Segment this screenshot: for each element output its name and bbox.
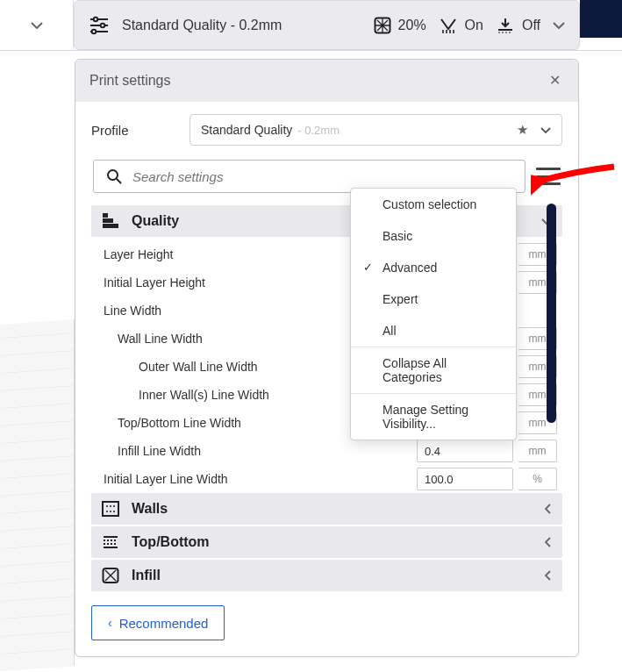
chevron-left-icon xyxy=(545,570,552,581)
svg-rect-17 xyxy=(103,213,108,218)
search-input[interactable] xyxy=(132,169,512,184)
visibility-menu: Custom selectionBasicAdvancedExpertAll C… xyxy=(350,188,517,440)
support-icon xyxy=(439,17,458,34)
svg-point-22 xyxy=(106,511,108,512)
chevron-left-icon: ‹ xyxy=(108,616,112,630)
setting-value-input[interactable]: 0.4 xyxy=(417,440,513,462)
setting-row: Infill Line Width0.4mm xyxy=(91,437,562,465)
topbottom-icon xyxy=(102,534,119,550)
svg-point-5 xyxy=(92,29,97,33)
svg-rect-16 xyxy=(103,218,113,223)
panel-header: Print settings ✕ xyxy=(75,60,578,102)
recommended-button[interactable]: ‹ Recommended xyxy=(91,605,225,640)
manage-visibility-item[interactable]: Manage Setting Visibility... xyxy=(351,394,516,440)
category-name: Walls xyxy=(132,501,168,517)
recommended-label: Recommended xyxy=(119,616,209,631)
chevron-left-icon xyxy=(545,504,552,514)
infill-pct: 20% xyxy=(398,18,426,33)
setting-value-input[interactable]: 100.0 xyxy=(417,468,513,490)
svg-point-1 xyxy=(94,17,98,21)
setting-unit: mm xyxy=(518,440,557,462)
chevron-left-icon xyxy=(545,537,552,547)
infill-icon xyxy=(102,568,119,583)
profile-label: Profile xyxy=(91,123,175,138)
close-icon[interactable]: ✕ xyxy=(546,68,564,92)
collapse-all-item[interactable]: Collapse All Categories xyxy=(351,347,516,393)
category-infill[interactable]: Infill xyxy=(91,560,562,591)
category-name: Quality xyxy=(132,213,179,229)
svg-line-14 xyxy=(117,179,121,183)
panel-title: Print settings xyxy=(89,73,170,89)
visibility-menu-button[interactable] xyxy=(536,168,561,185)
search-icon xyxy=(106,168,122,184)
adhesion-state: Off xyxy=(522,18,540,33)
category-name: Infill xyxy=(132,568,161,583)
svg-point-3 xyxy=(101,23,105,27)
profile-name: Standard Quality xyxy=(201,123,292,137)
print-summary-bar[interactable]: Standard Quality - 0.2mm 20% On Off xyxy=(74,0,580,50)
visibility-option-advanced[interactable]: Advanced xyxy=(351,252,516,283)
visibility-option-expert[interactable]: Expert xyxy=(351,283,516,315)
category-topbottom[interactable]: Top/Bottom xyxy=(91,526,562,558)
profile-suffix: - 0.2mm xyxy=(297,124,340,137)
category-name: Top/Bottom xyxy=(132,534,210,550)
topbar-separator xyxy=(0,50,622,51)
setting-label: Initial Layer Line Width xyxy=(97,472,410,486)
svg-point-24 xyxy=(113,511,115,512)
svg-rect-15 xyxy=(103,224,118,228)
star-icon[interactable]: ★ xyxy=(517,122,528,138)
sliders-icon xyxy=(89,16,110,35)
category-walls[interactable]: Walls xyxy=(91,493,562,525)
svg-point-13 xyxy=(108,170,118,180)
svg-point-23 xyxy=(110,511,111,512)
svg-rect-18 xyxy=(103,502,118,516)
svg-point-19 xyxy=(106,505,108,507)
support-state: On xyxy=(465,18,483,33)
scrollbar-thumb[interactable] xyxy=(547,204,556,423)
toolbar-dropdown[interactable] xyxy=(0,0,74,50)
setting-label: Infill Line Width xyxy=(97,444,410,458)
chevron-down-icon xyxy=(540,127,551,133)
visibility-option-all[interactable]: All xyxy=(351,315,516,347)
visibility-option-custom-selection[interactable]: Custom selection xyxy=(351,189,516,220)
summary-caret-icon xyxy=(553,22,565,29)
visibility-option-basic[interactable]: Basic xyxy=(351,220,516,252)
navy-corner xyxy=(580,0,622,38)
profile-summary-text: Standard Quality - 0.2mm xyxy=(122,18,282,33)
quality-icon xyxy=(102,213,119,229)
walls-icon xyxy=(102,501,119,517)
build-plate-background xyxy=(0,319,75,671)
adhesion-icon xyxy=(496,17,515,34)
profile-row: Profile Standard Quality - 0.2mm ★ xyxy=(91,114,562,146)
infill-icon xyxy=(374,17,391,34)
svg-point-21 xyxy=(113,505,115,507)
setting-unit: % xyxy=(518,468,557,490)
profile-selector[interactable]: Standard Quality - 0.2mm ★ xyxy=(189,114,562,146)
setting-row: Initial Layer Line Width100.0% xyxy=(91,465,562,493)
svg-point-20 xyxy=(110,505,111,507)
